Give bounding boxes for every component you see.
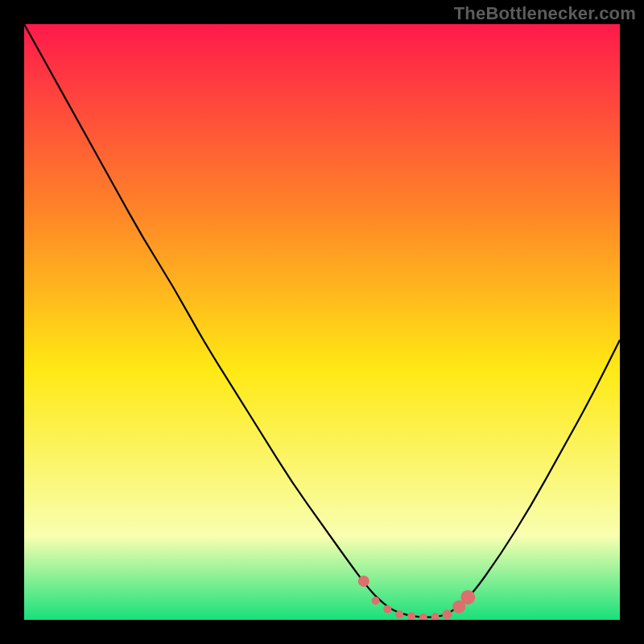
marker-dot bbox=[442, 609, 452, 619]
marker-dot bbox=[460, 590, 475, 605]
chart-frame: TheBottlenecker.com bbox=[0, 0, 644, 644]
plot-area bbox=[24, 24, 620, 620]
marker-dot bbox=[372, 597, 380, 605]
watermark-text: TheBottlenecker.com bbox=[454, 3, 636, 24]
marker-dot bbox=[395, 610, 403, 618]
marker-dot bbox=[431, 613, 440, 620]
marker-dots bbox=[24, 24, 620, 620]
marker-dot bbox=[358, 576, 369, 587]
marker-dot bbox=[419, 613, 427, 620]
marker-dot bbox=[383, 605, 391, 613]
marker-dot bbox=[407, 613, 415, 620]
